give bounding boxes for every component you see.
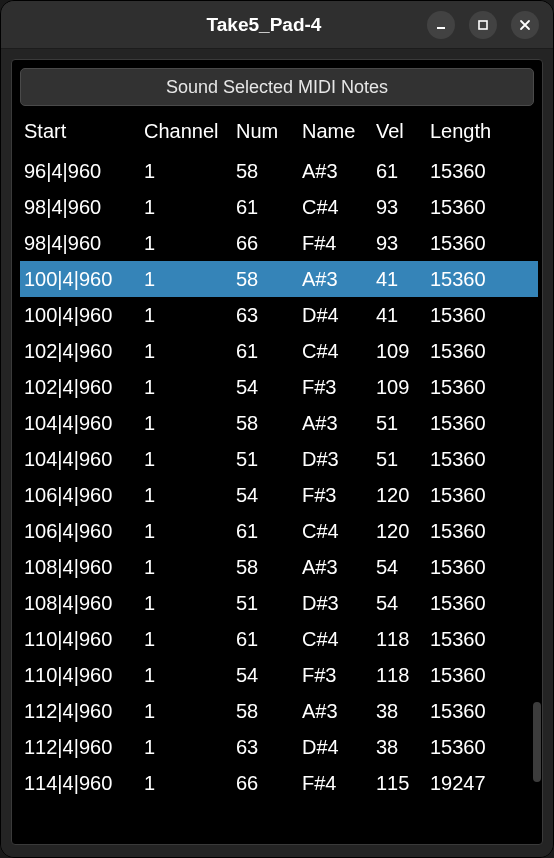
cell-vel: 54 [372,549,426,585]
cell-name: A#3 [298,693,372,729]
svg-rect-0 [437,27,445,29]
column-header-start[interactable]: Start [20,112,140,153]
cell-vel: 118 [372,621,426,657]
table-row[interactable]: 102|4|960161C#410915360 [20,333,538,369]
table-row[interactable]: 110|4|960154F#311815360 [20,657,538,693]
table-row[interactable]: 98|4|960161C#49315360 [20,189,538,225]
cell-vel: 38 [372,729,426,765]
table-row[interactable]: 112|4|960163D#43815360 [20,729,538,765]
cell-start: 112|4|960 [20,729,140,765]
table-row[interactable]: 104|4|960158A#35115360 [20,405,538,441]
table-row[interactable]: 106|4|960154F#312015360 [20,477,538,513]
close-button[interactable] [511,11,539,39]
cell-vel: 115 [372,765,426,801]
table-row[interactable]: 110|4|960161C#411815360 [20,621,538,657]
cell-vel: 93 [372,225,426,261]
cell-length: 15360 [426,549,538,585]
vertical-scrollbar-thumb[interactable] [533,702,541,782]
cell-length: 15360 [426,513,538,549]
cell-num: 58 [232,405,298,441]
cell-start: 108|4|960 [20,585,140,621]
column-header-num[interactable]: Num [232,112,298,153]
cell-num: 66 [232,225,298,261]
midi-notes-panel: Sound Selected MIDI Notes Start Channel … [11,59,543,845]
cell-channel: 1 [140,441,232,477]
table-row[interactable]: 100|4|960163D#44115360 [20,297,538,333]
column-header-channel[interactable]: Channel [140,112,232,153]
table-row[interactable]: 114|4|960166F#411519247 [20,765,538,801]
cell-start: 102|4|960 [20,333,140,369]
cell-name: C#4 [298,189,372,225]
cell-vel: 120 [372,513,426,549]
cell-num: 54 [232,369,298,405]
cell-start: 110|4|960 [20,657,140,693]
cell-start: 108|4|960 [20,549,140,585]
cell-name: A#3 [298,261,372,297]
column-header-name[interactable]: Name [298,112,372,153]
table-row[interactable]: 104|4|960151D#35115360 [20,441,538,477]
table-row[interactable]: 108|4|960151D#35415360 [20,585,538,621]
table-row[interactable]: 112|4|960158A#33815360 [20,693,538,729]
maximize-icon [477,19,489,31]
cell-name: A#3 [298,405,372,441]
cell-name: F#3 [298,657,372,693]
cell-name: F#3 [298,477,372,513]
minimize-button[interactable] [427,11,455,39]
maximize-button[interactable] [469,11,497,39]
cell-num: 58 [232,693,298,729]
cell-channel: 1 [140,765,232,801]
cell-start: 98|4|960 [20,189,140,225]
cell-name: C#4 [298,513,372,549]
table-row[interactable]: 98|4|960166F#49315360 [20,225,538,261]
cell-length: 15360 [426,621,538,657]
table-scroll-area[interactable]: Start Channel Num Name Vel Length 96|4|9… [12,112,542,844]
cell-name: C#4 [298,333,372,369]
cell-num: 54 [232,657,298,693]
app-window: Take5_Pad-4 Sound Selected MIDI Notes [0,0,554,858]
table-row[interactable]: 96|4|960158A#36115360 [20,153,538,189]
cell-num: 51 [232,441,298,477]
window-title: Take5_Pad-4 [1,14,427,36]
cell-length: 15360 [426,441,538,477]
cell-vel: 51 [372,405,426,441]
svg-rect-1 [479,21,487,29]
sound-selected-label: Sound Selected MIDI Notes [166,77,388,98]
cell-num: 58 [232,261,298,297]
cell-name: F#3 [298,369,372,405]
cell-name: D#3 [298,441,372,477]
table-row[interactable]: 108|4|960158A#35415360 [20,549,538,585]
cell-channel: 1 [140,225,232,261]
cell-num: 51 [232,585,298,621]
cell-vel: 51 [372,441,426,477]
cell-name: F#4 [298,765,372,801]
column-header-vel[interactable]: Vel [372,112,426,153]
cell-start: 110|4|960 [20,621,140,657]
cell-channel: 1 [140,297,232,333]
cell-start: 104|4|960 [20,405,140,441]
cell-num: 54 [232,477,298,513]
cell-channel: 1 [140,621,232,657]
sound-selected-button[interactable]: Sound Selected MIDI Notes [20,68,534,106]
cell-length: 15360 [426,477,538,513]
cell-num: 58 [232,549,298,585]
cell-vel: 38 [372,693,426,729]
table-row[interactable]: 100|4|960158A#34115360 [20,261,538,297]
cell-num: 61 [232,333,298,369]
window-controls [427,11,545,39]
table-row[interactable]: 106|4|960161C#412015360 [20,513,538,549]
cell-name: D#4 [298,729,372,765]
cell-vel: 54 [372,585,426,621]
table-row[interactable]: 102|4|960154F#310915360 [20,369,538,405]
cell-length: 15360 [426,297,538,333]
cell-num: 63 [232,729,298,765]
cell-num: 61 [232,621,298,657]
cell-channel: 1 [140,261,232,297]
cell-length: 15360 [426,261,538,297]
column-header-length[interactable]: Length [426,112,538,153]
cell-name: D#4 [298,297,372,333]
cell-channel: 1 [140,405,232,441]
cell-channel: 1 [140,153,232,189]
cell-vel: 61 [372,153,426,189]
cell-name: D#3 [298,585,372,621]
cell-vel: 109 [372,333,426,369]
